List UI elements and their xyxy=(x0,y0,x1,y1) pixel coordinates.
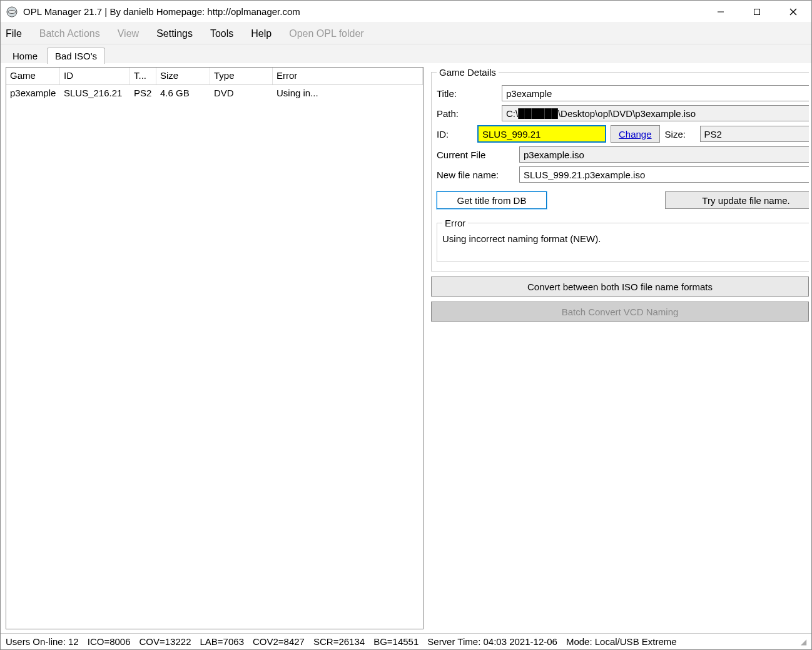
error-group: Error Using incorrect naming format (NEW… xyxy=(437,218,809,262)
col-header-error[interactable]: Error xyxy=(273,68,423,84)
title-label: Title: xyxy=(437,88,497,99)
menu-open-opl-folder[interactable]: Open OPL folder xyxy=(289,28,363,39)
table-row[interactable]: p3example SLUS_216.21 PS2 4.6 GB DVD Usi… xyxy=(6,85,423,103)
svg-point-1 xyxy=(8,10,16,13)
new-file-label: New file name: xyxy=(437,170,514,180)
menu-batch-actions[interactable]: Batch Actions xyxy=(39,28,100,39)
tab-home[interactable]: Home xyxy=(4,48,46,64)
current-file-label: Current File xyxy=(437,150,514,160)
status-bg: BG=14551 xyxy=(373,636,419,647)
change-button[interactable]: Change xyxy=(611,125,660,143)
cell-id: SLUS_216.21 xyxy=(60,85,130,103)
cell-type: DVD xyxy=(210,85,273,103)
cell-game: p3example xyxy=(6,85,60,103)
titlebar: OPL Manager 21.7 | By danielb Homepage: … xyxy=(1,1,811,23)
status-cov: COV=13222 xyxy=(140,636,191,647)
status-cov2: COV2=8427 xyxy=(253,636,305,647)
status-scr: SCR=26134 xyxy=(313,636,365,647)
error-text: Using incorrect naming format (NEW). xyxy=(442,233,809,244)
error-legend: Error xyxy=(442,218,468,228)
maximize-button[interactable] xyxy=(739,1,775,23)
menu-file[interactable]: File xyxy=(6,28,22,39)
status-users: Users On-line: 12 xyxy=(6,636,79,647)
list-header: Game ID T... Size Type Error xyxy=(6,68,423,85)
menubar: File Batch Actions View Settings Tools H… xyxy=(1,23,811,44)
right-pane: Game Details Title: Path: ID: Change Siz… xyxy=(431,67,809,629)
tab-strip: Home Bad ISO's xyxy=(1,44,811,63)
main-area: Game ID T... Size Type Error p3example S… xyxy=(1,63,811,633)
try-update-file-name-button[interactable]: Try update file name. xyxy=(665,191,809,209)
game-details-legend: Game Details xyxy=(437,67,499,78)
col-header-id[interactable]: ID xyxy=(60,68,130,84)
menu-view[interactable]: View xyxy=(118,28,139,39)
menu-tools[interactable]: Tools xyxy=(210,28,233,39)
batch-convert-vcd-button: Batch Convert VCD Naming xyxy=(431,302,809,322)
col-header-t[interactable]: T... xyxy=(130,68,156,84)
resize-grip-icon[interactable]: ◢ xyxy=(801,637,806,646)
cell-t: PS2 xyxy=(130,85,156,103)
current-file-input[interactable] xyxy=(519,146,809,163)
statusbar: Users On-line: 12 ICO=8006 COV=13222 LAB… xyxy=(1,633,811,649)
game-details-group: Game Details Title: Path: ID: Change Siz… xyxy=(431,67,809,272)
app-icon xyxy=(6,6,18,18)
tab-bad-isos[interactable]: Bad ISO's xyxy=(47,48,105,64)
status-lab: LAB=7063 xyxy=(200,636,244,647)
window-title: OPL Manager 21.7 | By danielb Homepage: … xyxy=(23,6,300,17)
menu-help[interactable]: Help xyxy=(251,28,272,39)
id-label: ID: xyxy=(437,129,473,140)
status-ico: ICO=8006 xyxy=(88,636,131,647)
menu-settings[interactable]: Settings xyxy=(156,28,193,39)
minimize-button[interactable] xyxy=(703,1,739,23)
list-body[interactable]: p3example SLUS_216.21 PS2 4.6 GB DVD Usi… xyxy=(6,85,423,629)
new-file-input[interactable] xyxy=(519,166,809,183)
iso-list: Game ID T... Size Type Error p3example S… xyxy=(6,67,424,629)
get-title-from-db-button[interactable]: Get title from DB xyxy=(437,191,547,209)
close-button[interactable] xyxy=(775,1,811,23)
convert-iso-formats-button[interactable]: Convert between both ISO file name forma… xyxy=(431,277,809,297)
size-input[interactable] xyxy=(700,126,809,142)
col-header-game[interactable]: Game xyxy=(6,68,60,84)
col-header-size[interactable]: Size xyxy=(156,68,210,84)
path-label: Path: xyxy=(437,108,497,119)
id-input[interactable] xyxy=(478,126,606,142)
size-label: Size: xyxy=(665,129,695,140)
status-mode: Mode: Local/USB Extreme xyxy=(566,636,677,647)
cell-size: 4.6 GB xyxy=(156,85,210,103)
title-input[interactable] xyxy=(502,85,809,101)
path-input[interactable] xyxy=(502,105,809,121)
col-header-type[interactable]: Type xyxy=(210,68,273,84)
status-server-time: Server Time: 04:03 2021-12-06 xyxy=(427,636,557,647)
cell-error: Using in... xyxy=(273,85,423,103)
svg-rect-3 xyxy=(754,9,760,14)
